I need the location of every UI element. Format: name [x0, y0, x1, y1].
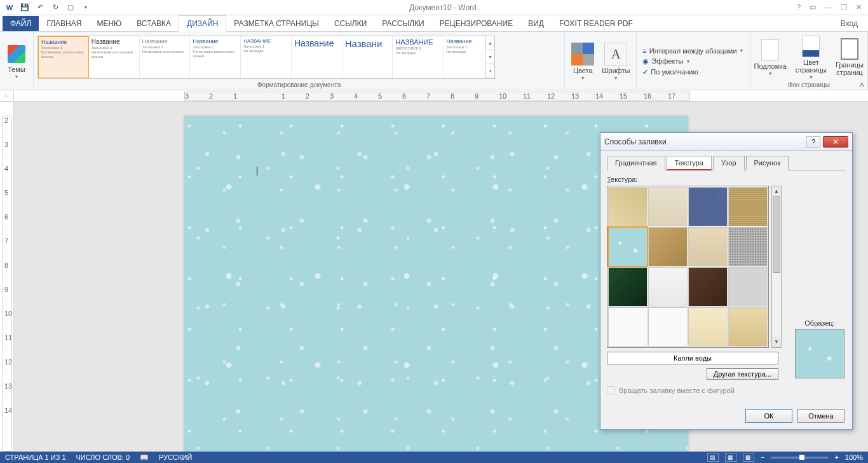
zoom-out-icon[interactable]: −: [761, 453, 764, 461]
scroll-up-icon[interactable]: ▲: [772, 186, 781, 197]
title-bar: W 💾 ↶ ↻ ▢ ▼ Документ10 - Word ? ▭ — ❐ ✕: [0, 0, 868, 15]
ok-button[interactable]: ОК: [745, 409, 792, 423]
gallery-scrollbar[interactable]: ▲▼▾: [485, 36, 494, 78]
status-page[interactable]: СТРАНИЦА 1 ИЗ 1: [5, 453, 66, 461]
style-item[interactable]: НазваниеЗаголовок 1На вкладке расположат…: [190, 36, 241, 78]
fonts-label: Шрифты: [602, 67, 630, 74]
status-proofing-icon[interactable]: 📖: [140, 453, 149, 462]
view-read-icon[interactable]: ▤: [707, 453, 719, 462]
page-borders-button[interactable]: Границы страниц: [836, 38, 864, 76]
texture-swatch[interactable]: [688, 227, 728, 266]
texture-swatch[interactable]: [648, 187, 688, 226]
themes-button[interactable]: Темы ▼: [4, 43, 29, 80]
view-web-icon[interactable]: ▩: [743, 453, 754, 462]
scroll-thumb[interactable]: [773, 197, 780, 273]
status-language[interactable]: РУССКИЙ: [159, 453, 192, 461]
tab-design[interactable]: ДИЗАЙН: [179, 15, 226, 32]
texture-swatch[interactable]: [728, 227, 768, 266]
style-item[interactable]: НАЗВАНИЕЗаголовок 1На вкладке: [241, 36, 292, 78]
texture-swatch[interactable]: [728, 187, 768, 226]
style-gallery[interactable]: НазваниеЗаголовок 1Вставленог. расположа…: [37, 36, 495, 79]
group-themes: Темы ▼: [0, 32, 34, 90]
horizontal-ruler[interactable]: L 3211234567891011121314151617: [0, 90, 868, 102]
tab-references[interactable]: ССЫЛКИ: [327, 16, 374, 31]
tab-view[interactable]: ВИД: [520, 16, 552, 31]
texture-label: ТТекстура:екстура:: [607, 176, 846, 183]
tab-picture[interactable]: Рисунок: [746, 156, 789, 170]
effects-button[interactable]: ◉Эффекты ▼: [641, 57, 745, 66]
colors-icon: [571, 43, 594, 66]
texture-swatch[interactable]: [648, 267, 688, 307]
rotate-fill-label: Вращать заливку вместе с фигурой: [619, 387, 735, 394]
texture-swatch[interactable]: [688, 307, 728, 347]
style-item[interactable]: Название: [292, 36, 342, 78]
minimize-icon[interactable]: —: [825, 3, 832, 11]
ribbon-tabs: ФАЙЛ ГЛАВНАЯ Меню ВСТАВКА ДИЗАЙН РАЗМЕТК…: [0, 15, 868, 32]
themes-icon: [8, 45, 25, 63]
undo-icon[interactable]: ↶: [33, 1, 47, 15]
dialog-titlebar[interactable]: Способы заливки ? ✕: [600, 133, 852, 151]
save-icon[interactable]: 💾: [18, 1, 32, 15]
texture-scrollbar[interactable]: ▲ ▼: [771, 186, 782, 348]
scroll-down-icon[interactable]: ▼: [772, 337, 781, 347]
texture-swatch[interactable]: [608, 187, 648, 226]
redo-icon[interactable]: ↻: [48, 1, 62, 15]
dialog-tabs: Градиентная Текстура Узор Рисунок: [607, 156, 846, 170]
zoom-slider[interactable]: [771, 457, 828, 459]
new-doc-icon[interactable]: ▢: [64, 1, 78, 15]
restore-icon[interactable]: ❐: [841, 3, 847, 11]
cancel-button[interactable]: Отмена: [797, 409, 844, 423]
close-icon[interactable]: ✕: [856, 3, 862, 11]
zoom-level[interactable]: 100%: [845, 453, 863, 461]
tab-home[interactable]: ГЛАВНАЯ: [39, 16, 89, 31]
tab-review[interactable]: РЕЦЕНЗИРОВАНИЕ: [432, 16, 520, 31]
style-item[interactable]: НазваниеЗаголовок 1На вкладке расположат: [140, 36, 191, 78]
tab-file[interactable]: ФАЙЛ: [3, 16, 39, 31]
style-item[interactable]: НазваниеЗаголовок 1На вкладке расположат…: [89, 36, 140, 78]
paragraph-spacing-button[interactable]: ≡Интервал между абзацами ▼: [641, 46, 745, 55]
collapse-ribbon-icon[interactable]: ᐱ: [860, 81, 864, 88]
other-texture-button[interactable]: Другая текстура...: [707, 368, 778, 380]
page-borders-icon: [841, 38, 858, 60]
dialog-help-icon[interactable]: ?: [806, 136, 820, 148]
page-color-button[interactable]: Цвет страницы▼: [796, 36, 827, 79]
word-icon[interactable]: W: [3, 1, 17, 15]
ribbon-options-icon[interactable]: ▭: [810, 3, 816, 11]
tab-foxit[interactable]: Foxit Reader PDF: [552, 16, 641, 31]
tab-mailings[interactable]: РАССЫЛКИ: [374, 16, 431, 31]
texture-swatch[interactable]: [728, 307, 768, 347]
zoom-in-icon[interactable]: +: [834, 453, 838, 461]
tab-insert[interactable]: ВСТАВКА: [129, 16, 179, 31]
texture-swatch[interactable]: [648, 307, 688, 347]
qat-dropdown-icon[interactable]: ▼: [79, 1, 93, 15]
texture-swatch[interactable]: [608, 267, 648, 307]
style-item[interactable]: Названи: [342, 36, 393, 78]
colors-button[interactable]: Цвета ▼: [569, 41, 597, 81]
help-icon[interactable]: ?: [797, 3, 801, 11]
texture-swatch[interactable]: [608, 307, 648, 347]
texture-swatch[interactable]: [728, 267, 768, 307]
status-words[interactable]: ЧИСЛО СЛОВ: 0: [76, 453, 130, 461]
dialog-close-icon[interactable]: ✕: [823, 136, 848, 148]
tab-texture[interactable]: Текстура: [667, 156, 712, 170]
page-color-icon: [802, 36, 820, 57]
tab-pattern[interactable]: Узор: [713, 156, 745, 170]
texture-swatch-selected[interactable]: [608, 227, 648, 266]
tab-gradient[interactable]: Градиентная: [607, 156, 665, 170]
texture-swatch[interactable]: [688, 267, 728, 307]
tab-layout[interactable]: РАЗМЕТКА СТРАНИЦЫ: [226, 16, 327, 31]
themes-label: Темы: [8, 66, 25, 73]
group-formatting: НазваниеЗаголовок 1Вставленог. расположа…: [34, 32, 565, 90]
fonts-button[interactable]: A Шрифты ▼: [599, 41, 632, 81]
texture-swatch[interactable]: [688, 187, 728, 226]
watermark-button[interactable]: Подложка▼: [754, 39, 787, 76]
view-print-icon[interactable]: ▦: [725, 453, 736, 462]
style-item[interactable]: НазваниеЗаголовок 1Вставленог. расположа…: [38, 36, 89, 78]
texture-swatch[interactable]: [648, 227, 688, 266]
login-link[interactable]: Вход: [833, 16, 865, 31]
style-item[interactable]: НАЗВАНИЕЗАГОЛОВОК 1На вкладке: [393, 36, 444, 78]
vertical-ruler[interactable]: 234567891011121314: [0, 102, 14, 452]
tab-menu[interactable]: Меню: [89, 16, 129, 31]
set-default-button[interactable]: ✔По умолчанию: [641, 67, 745, 77]
fill-effects-dialog: Способы заливки ? ✕ Градиентная Текстура…: [600, 132, 853, 430]
